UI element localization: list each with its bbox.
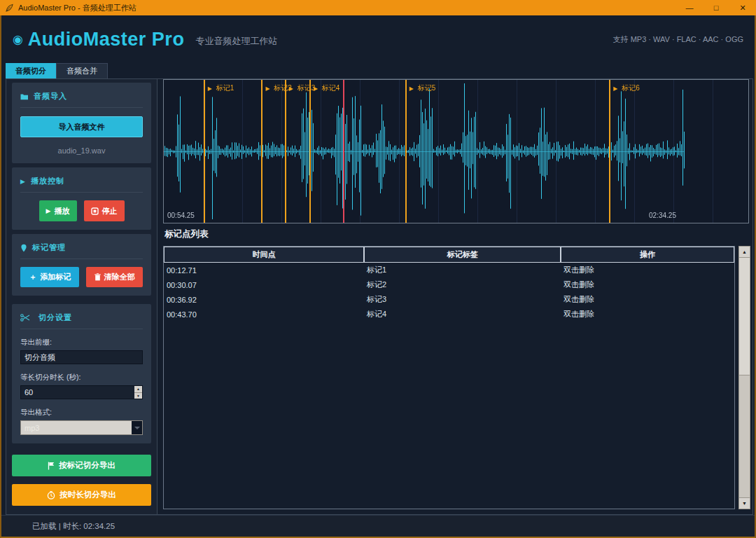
tab-audio-merge[interactable]: 音频合并 — [56, 63, 108, 78]
format-combobox[interactable]: mp3 — [20, 420, 143, 435]
waveform-panel[interactable]: 00:54.25 02:34.25 ▶ 标记1▶ 标记2▶ 标记3▶ 标记4▶ … — [163, 79, 749, 223]
audio-import-header: 音频导入 — [20, 91, 143, 102]
marker-action-cell[interactable]: 双击删除 — [561, 307, 734, 322]
current-time-label: 00:54.25 — [167, 212, 195, 219]
marker-line[interactable] — [285, 80, 286, 223]
marker-line[interactable] — [405, 80, 407, 223]
marker-label: ▶ 标记4 — [314, 83, 340, 93]
marker-table-header: 时间点 标记标签 操作 — [164, 247, 734, 263]
marker-label: ▶ 标记6 — [613, 83, 640, 93]
import-audio-button[interactable]: 导入音频文件 — [20, 116, 143, 137]
playhead-line[interactable] — [343, 80, 344, 223]
marker-arrow-icon: ▶ — [265, 85, 270, 92]
divider — [20, 192, 143, 193]
duration-label: 等长切分时长 (秒): — [20, 373, 143, 382]
export-by-duration-label: 按时长切分导出 — [59, 490, 116, 500]
marker-time-cell[interactable]: 00:30.07 — [164, 277, 364, 292]
spin-down-button[interactable]: ▼ — [134, 393, 142, 399]
stop-button[interactable]: 停止 — [84, 200, 125, 221]
marker-time-cell[interactable]: 00:36.92 — [164, 292, 364, 307]
maximize-button[interactable]: □ — [703, 0, 729, 15]
marker-management-title: 标记管理 — [32, 242, 66, 253]
marker-label-cell[interactable]: 标记2 — [364, 277, 561, 292]
play-icon: ▶ — [46, 207, 51, 214]
column-header-label[interactable]: 标记标签 — [364, 247, 561, 263]
folder-icon — [20, 93, 29, 100]
marker-label-cell[interactable]: 标记4 — [364, 307, 561, 322]
divider — [20, 258, 143, 259]
play-button[interactable]: ▶ 播放 — [39, 200, 77, 221]
marker-label: ▶ 标记2 — [265, 83, 292, 93]
marker-label-cell[interactable]: 标记1 — [364, 263, 561, 277]
prefix-input[interactable] — [20, 350, 143, 364]
app-subtitle: 专业音频处理工作站 — [195, 35, 277, 48]
add-marker-label: 添加标记 — [40, 272, 71, 282]
scroll-up-icon[interactable]: ▲ — [739, 247, 750, 258]
marker-action-cell[interactable]: 双击删除 — [561, 277, 734, 292]
marker-label: ▶ 标记5 — [410, 83, 436, 93]
stop-icon — [91, 207, 99, 215]
scrollbar-thumb[interactable] — [739, 258, 750, 375]
chevron-down-icon[interactable] — [132, 421, 142, 434]
pin-icon — [20, 244, 27, 252]
plus-icon: ＋ — [29, 272, 36, 282]
marker-line[interactable] — [204, 80, 205, 223]
waveform-canvas[interactable] — [164, 80, 748, 223]
playback-title: 播放控制 — [31, 176, 64, 186]
column-header-action[interactable]: 操作 — [561, 247, 734, 263]
playback-header: ▶ 播放控制 — [20, 176, 143, 186]
status-text: 已加载 | 时长: 02:34.25 — [32, 521, 115, 532]
export-by-marker-button[interactable]: 按标记切分导出 — [12, 455, 151, 476]
marker-list-title: 标记点列表 — [164, 228, 209, 240]
table-row[interactable]: 00:12.71标记1双击删除 — [164, 263, 734, 277]
logo-icon: ◉ — [13, 32, 23, 47]
playback-card: ▶ 播放控制 ▶ 播放 停止 — [12, 167, 151, 230]
scroll-down-icon[interactable]: ▼ — [739, 497, 750, 509]
app-name: AudioMaster Pro — [28, 29, 185, 50]
audio-import-card: 音频导入 导入音频文件 audio_19.wav — [12, 83, 151, 163]
table-row[interactable]: 00:36.92标记3双击删除 — [164, 292, 734, 307]
marker-time-cell[interactable]: 00:43.70 — [164, 307, 364, 322]
clear-all-label: 清除全部 — [104, 272, 135, 282]
table-row[interactable]: 00:43.70标记4双击删除 — [164, 307, 734, 322]
content-frame: 音频导入 导入音频文件 audio_19.wav ▶ 播放控制 ▶ — [6, 78, 753, 515]
marker-time-cell[interactable]: 00:12.71 — [164, 263, 364, 277]
sidebar: 音频导入 导入音频文件 audio_19.wav ▶ 播放控制 ▶ — [6, 79, 158, 514]
flag-icon — [48, 462, 55, 470]
marker-arrow-icon: ▶ — [289, 85, 293, 92]
divider — [20, 329, 143, 329]
play-section-icon: ▶ — [20, 178, 26, 185]
app-window: AudioMaster Pro - 音频处理工作站 — □ ✕ ◉ AudioM… — [0, 0, 756, 538]
format-value: mp3 — [24, 424, 39, 432]
marker-arrow-icon: ▶ — [314, 85, 318, 92]
export-by-duration-button[interactable]: 按时长切分导出 — [12, 484, 151, 506]
window-body: ◉ AudioMaster Pro 专业音频处理工作站 支持 MP3 · WAV… — [0, 15, 756, 538]
clock-icon — [47, 491, 55, 499]
marker-line[interactable] — [609, 80, 610, 223]
marker-line[interactable] — [261, 80, 262, 223]
table-row[interactable]: 00:30.07标记2双击删除 — [164, 277, 734, 292]
column-header-time[interactable]: 时间点 — [164, 247, 364, 263]
duration-input[interactable] — [20, 385, 143, 399]
divider — [20, 107, 143, 108]
tab-audio-split[interactable]: 音频切分 — [6, 63, 56, 78]
minimize-button[interactable]: — — [676, 0, 703, 15]
table-scrollbar[interactable]: ▲ ▼ — [738, 246, 750, 509]
tab-bar: 音频切分 音频合并 — [6, 63, 108, 78]
marker-action-cell[interactable]: 双击删除 — [561, 263, 734, 277]
play-label: 播放 — [54, 206, 69, 216]
marker-label-cell[interactable]: 标记3 — [364, 292, 561, 307]
marker-arrow-icon: ▶ — [410, 85, 414, 92]
spin-up-button[interactable]: ▲ — [134, 386, 142, 393]
marker-action-cell[interactable]: 双击删除 — [561, 292, 734, 307]
close-button[interactable]: ✕ — [729, 0, 756, 15]
format-label: 导出格式: — [20, 408, 143, 418]
split-settings-header: 切分设置 — [20, 312, 143, 323]
clear-all-button[interactable]: 清除全部 — [86, 267, 143, 287]
marker-table-body: 00:12.71标记1双击删除00:30.07标记2双击删除00:36.92标记… — [164, 263, 734, 322]
marker-line[interactable] — [309, 80, 311, 223]
marker-management-card: 标记管理 ＋ 添加标记 清除全部 — [12, 234, 151, 296]
scissors-icon — [20, 314, 30, 322]
add-marker-button[interactable]: ＋ 添加标记 — [20, 267, 79, 287]
trash-icon — [94, 273, 101, 281]
